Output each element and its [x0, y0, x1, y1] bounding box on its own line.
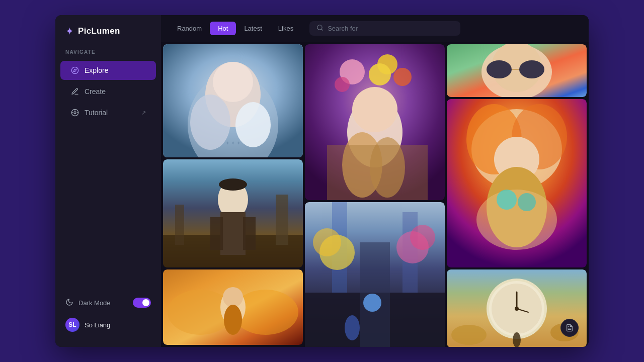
- tab-latest[interactable]: Latest: [236, 22, 270, 35]
- sidebar-item-tutorial[interactable]: Tutorial ↗: [60, 103, 156, 122]
- dark-mode-toggle[interactable]: [133, 298, 151, 308]
- search-icon: [316, 24, 324, 33]
- compass-icon: [70, 66, 79, 75]
- sidebar: ✦ PicLumen NAVIGATE Explore Create: [55, 15, 161, 347]
- top-bar: Random Hot Latest Likes: [161, 15, 589, 42]
- avatar-initials: SL: [68, 321, 76, 328]
- scroll-to-bottom-button[interactable]: [560, 319, 579, 337]
- card-flower-street[interactable]: [305, 202, 445, 347]
- user-name: So Liang: [85, 321, 110, 329]
- tutorial-label: Tutorial: [85, 109, 108, 117]
- logo: ✦ PicLumen: [55, 25, 161, 49]
- card-steampunk[interactable]: [163, 159, 303, 267]
- user-row[interactable]: SL So Liang: [60, 313, 156, 337]
- card-flower-girl[interactable]: [305, 44, 445, 200]
- tab-random[interactable]: Random: [169, 22, 210, 35]
- svg-line-9: [321, 29, 323, 31]
- gallery-wrapper: ✦ ✦ ✦: [161, 42, 589, 347]
- search-input[interactable]: [328, 25, 453, 32]
- dark-mode-label: Dark Mode: [78, 299, 111, 307]
- sidebar-item-create[interactable]: Create: [60, 82, 156, 101]
- card-fairy-wings[interactable]: [163, 269, 303, 345]
- svg-point-0: [71, 67, 78, 73]
- sidebar-bottom: Dark Mode SL So Liang: [55, 293, 161, 337]
- svg-marker-1: [73, 69, 76, 72]
- dark-mode-row: Dark Mode: [60, 293, 156, 313]
- avatar: SL: [65, 318, 79, 332]
- moon-icon: [65, 298, 73, 308]
- svg-point-3: [74, 112, 76, 114]
- nav-label: NAVIGATE: [55, 49, 161, 60]
- card-orange-queen[interactable]: [447, 99, 587, 267]
- scroll-icon: [566, 324, 574, 332]
- logo-icon: ✦: [65, 25, 74, 37]
- tutorial-icon: [70, 108, 79, 117]
- explore-label: Explore: [85, 66, 108, 74]
- card-sunglasses[interactable]: [447, 44, 587, 97]
- logo-text: PicLumen: [78, 26, 120, 36]
- gallery-col-1: ✦ ✦ ✦: [163, 44, 303, 345]
- search-bar: [309, 21, 460, 36]
- sidebar-item-explore[interactable]: Explore: [60, 61, 156, 80]
- gallery-col-2: [305, 44, 445, 347]
- external-link-icon: ↗: [141, 110, 146, 116]
- app-container: ✦ PicLumen NAVIGATE Explore Create: [55, 15, 589, 347]
- gallery-col-3: [447, 44, 587, 347]
- main-content: Random Hot Latest Likes: [161, 15, 589, 347]
- card-girl-cat[interactable]: ✦ ✦ ✦: [163, 44, 303, 157]
- tab-hot[interactable]: Hot: [210, 22, 236, 35]
- gallery: ✦ ✦ ✦: [161, 42, 589, 347]
- create-label: Create: [85, 87, 106, 96]
- tab-likes[interactable]: Likes: [270, 22, 301, 35]
- pencil-icon: [70, 87, 79, 96]
